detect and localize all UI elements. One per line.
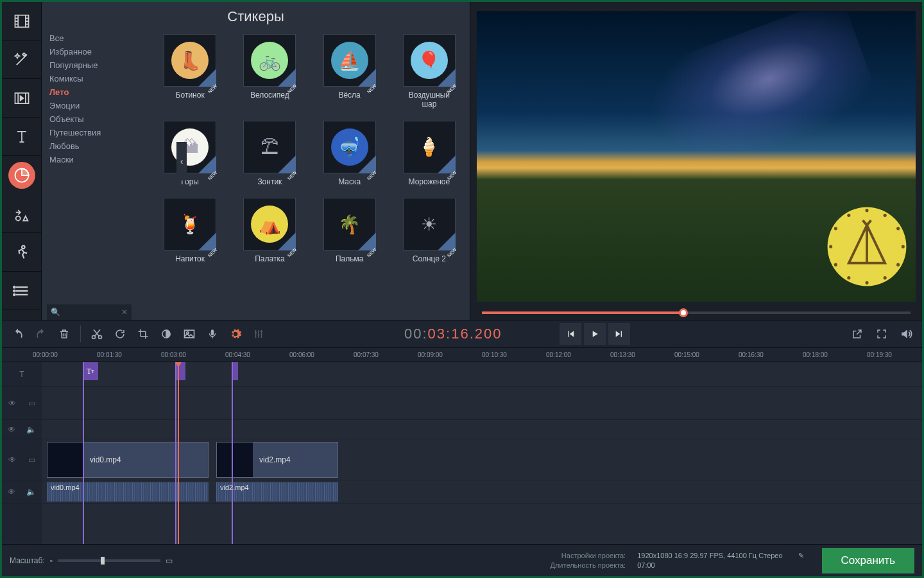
track-head-titles[interactable]: T xyxy=(2,362,42,387)
main-toolbar: 00:03:16.200 xyxy=(2,320,922,348)
sticker-tile[interactable]: 🎈Воздушный шар xyxy=(395,34,463,109)
save-button[interactable]: Сохранить xyxy=(822,548,914,574)
category-item[interactable]: Популярные xyxy=(49,58,137,72)
sticker-tile[interactable]: 🍦Мороженое xyxy=(395,121,463,186)
category-item[interactable]: Любовь xyxy=(49,139,137,153)
cut-button[interactable] xyxy=(86,323,108,345)
svg-point-6 xyxy=(13,290,15,291)
sticker-tile[interactable]: 🌴Пальма xyxy=(316,198,384,263)
zoom-out-icon[interactable]: ▫ xyxy=(50,556,53,565)
rail-media[interactable] xyxy=(2,2,41,40)
color-button[interactable] xyxy=(155,323,177,345)
rail-shapes[interactable] xyxy=(2,195,41,233)
delete-button[interactable] xyxy=(53,323,75,345)
marker[interactable] xyxy=(232,362,233,544)
timecode-display: 00:03:16.200 xyxy=(404,326,502,343)
ruler-tick: 00:13:30 xyxy=(610,351,635,358)
preview-canvas[interactable] xyxy=(477,11,916,302)
sticker-tile[interactable]: ☀Солнце 2 xyxy=(395,198,463,263)
rail-more[interactable] xyxy=(2,272,41,310)
video-clip[interactable]: vid2.mp4 xyxy=(216,442,338,478)
track-head-overlay-audio[interactable]: 👁🔈 xyxy=(2,420,42,439)
redo-button[interactable] xyxy=(30,323,52,345)
clear-icon[interactable]: ✕ xyxy=(121,308,128,317)
sticker-tile[interactable]: 🤿Маска xyxy=(316,121,384,186)
undo-button[interactable] xyxy=(7,323,29,345)
category-item[interactable]: Объекты xyxy=(49,112,137,126)
category-search[interactable]: 🔍✕ xyxy=(47,304,132,320)
zoom-slider[interactable] xyxy=(58,559,160,562)
sticker-label: Палатка xyxy=(255,254,284,263)
rail-transitions[interactable] xyxy=(2,79,41,118)
crop-button[interactable] xyxy=(132,323,154,345)
edit-icon[interactable]: ✎ xyxy=(798,552,804,560)
category-item[interactable]: Маски xyxy=(49,153,137,166)
sticker-tile[interactable]: 🚲Велосипед xyxy=(235,34,304,109)
video-track[interactable]: vid0.mp4vid2.mp4 xyxy=(42,439,922,480)
rail-stickers[interactable] xyxy=(8,162,35,189)
prev-button[interactable] xyxy=(560,323,581,345)
ruler-tick: 00:00:00 xyxy=(33,351,58,358)
volume-button[interactable] xyxy=(895,323,917,345)
ruler-tick: 00:15:00 xyxy=(674,351,699,358)
overlay-audio-track[interactable] xyxy=(42,420,922,439)
svg-point-18 xyxy=(829,245,832,248)
popout-button[interactable] xyxy=(846,323,868,345)
playhead[interactable] xyxy=(178,362,179,544)
sticker-tile[interactable]: 🍹Напиток xyxy=(156,198,224,263)
scrub-bar[interactable] xyxy=(473,306,920,320)
category-item[interactable]: Путешествия xyxy=(49,126,137,139)
marker[interactable] xyxy=(83,362,84,544)
title-track[interactable]: TT xyxy=(42,362,922,387)
timeline-ruler[interactable]: 00:00:0000:01:3000:03:0000:04:3000:06:00… xyxy=(2,348,922,362)
scrub-thumb[interactable] xyxy=(679,308,688,317)
equalizer-button[interactable] xyxy=(248,323,270,345)
ruler-tick: 00:06:00 xyxy=(289,351,314,358)
category-item[interactable]: Комиксы xyxy=(49,72,137,85)
rotate-button[interactable] xyxy=(109,323,131,345)
audio-track[interactable]: vid0.mp4vid2.mp4 xyxy=(42,480,922,504)
mic-button[interactable] xyxy=(201,323,223,345)
sticker-label: Зонтик xyxy=(257,177,282,186)
track-head-video[interactable]: 👁▭ xyxy=(2,439,42,480)
category-item[interactable]: Избранное xyxy=(49,45,137,58)
rail-titles[interactable] xyxy=(2,118,41,156)
svg-rect-26 xyxy=(211,329,214,335)
svg-point-12 xyxy=(902,245,905,248)
fullscreen-button[interactable] xyxy=(871,323,893,345)
sticker-label: Напиток xyxy=(175,254,205,263)
ruler-tick: 00:01:30 xyxy=(97,351,122,358)
title-clip[interactable]: TT xyxy=(83,362,98,380)
audio-clip[interactable]: vid0.mp4 xyxy=(47,482,209,502)
rail-motion[interactable] xyxy=(2,233,41,272)
title-clip[interactable] xyxy=(175,362,185,380)
video-clip[interactable]: vid0.mp4 xyxy=(47,442,209,478)
next-button[interactable] xyxy=(608,323,630,345)
category-item[interactable]: Лето xyxy=(49,85,137,99)
svg-point-10 xyxy=(884,214,887,217)
zoom-control[interactable]: Масштаб: ▫ ▭ xyxy=(10,556,173,565)
eye-icon[interactable]: 👁 xyxy=(8,399,16,408)
sticker-tile[interactable]: 👢Ботинок xyxy=(156,34,224,109)
collapse-handle[interactable]: ‹ xyxy=(176,142,187,180)
sticker-tile[interactable]: ⛱Зонтик xyxy=(235,121,304,186)
category-item[interactable]: Все xyxy=(49,31,137,45)
track-head-audio[interactable]: 👁🔈 xyxy=(2,480,42,504)
settings-button[interactable] xyxy=(225,323,246,345)
applied-sticker-tent[interactable] xyxy=(826,206,908,288)
sticker-tile[interactable]: ⛺Палатка xyxy=(235,198,304,263)
sticker-tile[interactable]: ⛵Вёсла xyxy=(316,34,384,109)
marker[interactable] xyxy=(175,362,176,544)
overlay-track[interactable] xyxy=(42,387,922,420)
ruler-tick: 00:12:00 xyxy=(546,351,571,358)
sticker-label: Солнце 2 xyxy=(413,254,446,263)
rail-magic[interactable] xyxy=(2,40,41,79)
image-button[interactable] xyxy=(178,323,200,345)
category-item[interactable]: Эмоции xyxy=(49,99,137,112)
ruler-tick: 00:09:00 xyxy=(418,351,443,358)
sticker-tile[interactable]: 🏔Горы xyxy=(156,121,224,186)
zoom-in-icon[interactable]: ▭ xyxy=(166,556,173,565)
track-head-overlay[interactable]: 👁▭ xyxy=(2,387,42,420)
play-button[interactable] xyxy=(584,323,606,345)
audio-clip[interactable]: vid2.mp4 xyxy=(216,482,338,502)
